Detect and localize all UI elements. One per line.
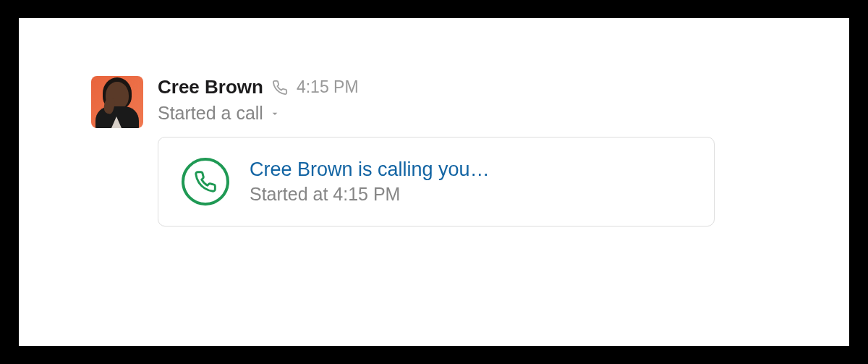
action-text: Started a call — [158, 103, 263, 124]
timestamp: 4:15 PM — [297, 77, 359, 97]
chevron-down-icon — [269, 108, 281, 119]
action-line[interactable]: Started a call — [158, 103, 777, 124]
avatar[interactable] — [91, 76, 143, 128]
message-row: Cree Brown 4:15 PM Started a call — [91, 76, 777, 227]
chat-window: Cree Brown 4:15 PM Started a call — [19, 18, 849, 346]
call-ring-icon — [182, 158, 229, 206]
message-header: Cree Brown 4:15 PM — [158, 76, 777, 98]
username[interactable]: Cree Brown — [158, 76, 263, 98]
call-card[interactable]: Cree Brown is calling you… Started at 4:… — [158, 137, 715, 227]
call-text: Cree Brown is calling you… Started at 4:… — [250, 158, 490, 205]
call-title[interactable]: Cree Brown is calling you… — [250, 158, 490, 181]
call-subtitle: Started at 4:15 PM — [250, 184, 490, 205]
phone-icon — [272, 80, 288, 96]
message-content: Cree Brown 4:15 PM Started a call — [158, 76, 777, 227]
